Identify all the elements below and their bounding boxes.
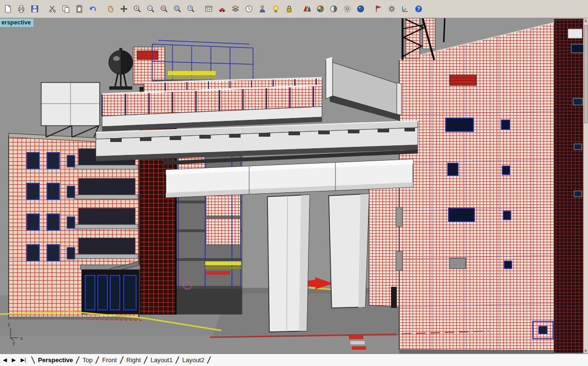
zoom-selected-icon[interactable]: [184, 2, 197, 15]
toolbar-separator: [198, 3, 202, 15]
history-icon-glyph: [245, 5, 253, 13]
tab-front[interactable]: Front: [98, 356, 121, 364]
ghosted-display-icon[interactable]: [327, 2, 340, 15]
viewport-tabs: PerspectiveTopFrontRightLayout1Layout2: [33, 354, 209, 366]
scroll-up-button[interactable]: [584, 18, 588, 23]
layers-icon[interactable]: [229, 2, 242, 15]
cplane-icon[interactable]: [399, 2, 412, 15]
left-building-storefront: [81, 261, 140, 314]
options-icon-glyph: [388, 5, 396, 13]
viewport-title[interactable]: erspective: [0, 19, 34, 27]
layers-icon-glyph: [231, 5, 240, 13]
toolbar-separator: [296, 3, 300, 15]
axis-y-label: y: [12, 340, 15, 346]
new-file-icon[interactable]: [1, 2, 14, 15]
save-icon[interactable]: [28, 2, 41, 15]
tab-scroll-last-button[interactable]: ▶|: [21, 357, 26, 363]
help-icon[interactable]: [412, 2, 425, 15]
toolbar-separator: [42, 3, 46, 15]
cut-icon[interactable]: [46, 2, 59, 15]
paste-icon[interactable]: [73, 2, 86, 15]
shaded-display-icon[interactable]: [300, 2, 313, 15]
options-icon[interactable]: [385, 2, 398, 15]
render-icon[interactable]: [354, 2, 367, 15]
zoom-extents-icon[interactable]: [171, 2, 184, 15]
print-icon[interactable]: [15, 2, 28, 15]
tab-layout2[interactable]: Layout2: [178, 356, 208, 364]
viewport-settings-icon-glyph: [258, 5, 266, 13]
3d-scene[interactable]: z y x: [0, 18, 583, 354]
tab-right[interactable]: Right: [122, 356, 145, 364]
tab-top[interactable]: Top: [78, 356, 97, 364]
paste-icon-glyph: [75, 5, 83, 13]
lock-icon-glyph: [285, 5, 293, 13]
viewport-settings-icon[interactable]: [256, 2, 269, 15]
tab-perspective[interactable]: Perspective: [34, 356, 77, 364]
axis-x-label: x: [20, 335, 23, 341]
toolbar-separator: [100, 3, 104, 15]
undo-icon[interactable]: [86, 2, 99, 15]
cut-icon-glyph: [48, 5, 57, 13]
axis-z-label: z: [8, 321, 11, 327]
left-building[interactable]: [9, 133, 144, 320]
rendered-display-icon-glyph: [316, 5, 324, 13]
scroll-down-button[interactable]: [584, 349, 588, 354]
main-toolbar: [0, 0, 588, 18]
tab-scroll-first-button[interactable]: ◀: [3, 357, 7, 363]
tab-nav-controls: ◀▶▶|: [3, 357, 26, 363]
render-icon-glyph: [357, 5, 365, 13]
vertical-scrollbar[interactable]: [583, 18, 588, 354]
copy-icon[interactable]: [59, 2, 72, 15]
viewport-tab-bar: ◀▶▶| PerspectiveTopFrontRightLayout1Layo…: [0, 354, 588, 366]
zoom-in-icon-glyph: [133, 5, 141, 13]
annotate-icon[interactable]: [372, 2, 385, 15]
tab-layout1[interactable]: Layout1: [146, 356, 177, 364]
xray-display-icon-glyph: [343, 5, 351, 13]
cplane-icon-glyph: [401, 5, 409, 13]
zoom-window-icon-glyph: [160, 5, 168, 13]
zoom-extents-icon-glyph: [173, 5, 182, 13]
right-dark-tower[interactable]: [554, 19, 583, 353]
new-file-icon-glyph: [4, 5, 12, 13]
scrollbar-thumb[interactable]: [584, 25, 588, 123]
pan-view-icon-glyph: [106, 5, 115, 13]
light-icon-glyph: [272, 5, 280, 13]
history-icon[interactable]: [242, 2, 255, 15]
properties-table-icon[interactable]: [202, 2, 215, 15]
ghosted-display-icon-glyph: [330, 5, 338, 13]
undo-icon-glyph: [89, 5, 97, 13]
shaded-display-icon-glyph: [303, 5, 311, 13]
lock-icon[interactable]: [283, 2, 296, 15]
zoom-dynamic-icon[interactable]: [144, 2, 157, 15]
move-view-icon[interactable]: [117, 2, 130, 15]
zoom-in-icon[interactable]: [131, 2, 144, 15]
save-icon-glyph: [31, 5, 39, 13]
help-icon-glyph: [415, 5, 423, 13]
copy-icon-glyph: [62, 5, 70, 13]
named-views-icon-glyph: [218, 5, 226, 13]
zoom-selected-icon-glyph: [187, 5, 195, 13]
rendered-display-icon[interactable]: [314, 2, 327, 15]
xray-display-icon[interactable]: [341, 2, 354, 15]
perspective-viewport[interactable]: erspective: [0, 18, 583, 354]
zoom-window-icon[interactable]: [158, 2, 171, 15]
named-views-icon[interactable]: [216, 2, 229, 15]
tab-scroll-next-button[interactable]: ▶: [12, 357, 15, 363]
annotate-icon-glyph: [374, 5, 382, 13]
move-view-icon-glyph: [120, 5, 128, 13]
pan-view-icon[interactable]: [104, 2, 117, 15]
zoom-dynamic-icon-glyph: [147, 5, 155, 13]
print-icon-glyph: [17, 5, 25, 13]
toolbar-separator: [368, 3, 371, 15]
properties-table-icon-glyph: [205, 5, 213, 13]
light-icon[interactable]: [269, 2, 282, 15]
